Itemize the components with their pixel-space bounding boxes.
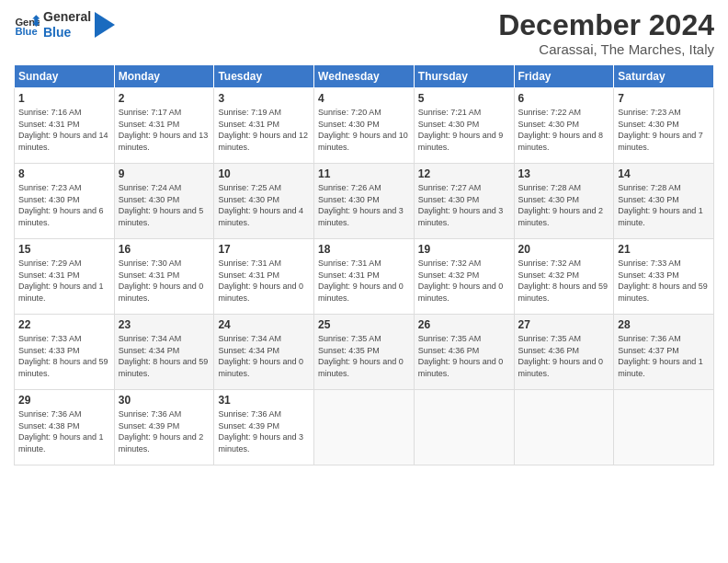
calendar-cell: 16Sunrise: 7:30 AMSunset: 4:31 PMDayligh… <box>114 239 214 315</box>
day-info: Sunrise: 7:35 AMSunset: 4:36 PMDaylight:… <box>418 333 510 379</box>
calendar-cell: 5Sunrise: 7:21 AMSunset: 4:30 PMDaylight… <box>414 88 514 164</box>
calendar-cell: 12Sunrise: 7:27 AMSunset: 4:30 PMDayligh… <box>414 164 514 239</box>
day-number: 16 <box>119 243 210 256</box>
col-wednesday: Wednesday <box>314 65 415 88</box>
day-number: 21 <box>618 243 710 256</box>
calendar-cell: 19Sunrise: 7:32 AMSunset: 4:32 PMDayligh… <box>414 239 514 315</box>
day-info: Sunrise: 7:29 AMSunset: 4:31 PMDaylight:… <box>18 258 110 304</box>
logo-icon: General Blue <box>14 12 40 38</box>
day-number: 19 <box>418 243 510 256</box>
calendar-cell: 22Sunrise: 7:33 AMSunset: 4:33 PMDayligh… <box>15 315 115 390</box>
day-info: Sunrise: 7:31 AMSunset: 4:31 PMDaylight:… <box>218 258 310 304</box>
day-number: 28 <box>618 318 710 331</box>
day-number: 9 <box>119 167 210 180</box>
day-info: Sunrise: 7:36 AMSunset: 4:37 PMDaylight:… <box>618 333 710 379</box>
calendar-cell: 7Sunrise: 7:23 AMSunset: 4:30 PMDaylight… <box>614 88 714 164</box>
calendar-cell <box>514 390 614 465</box>
day-number: 18 <box>318 243 410 256</box>
day-info: Sunrise: 7:35 AMSunset: 4:35 PMDaylight:… <box>318 333 410 379</box>
col-tuesday: Tuesday <box>214 65 314 88</box>
calendar-header: Sunday Monday Tuesday Wednesday Thursday… <box>15 65 714 88</box>
logo: General Blue General Blue <box>14 9 115 40</box>
calendar-cell: 31Sunrise: 7:36 AMSunset: 4:39 PMDayligh… <box>214 390 314 465</box>
calendar-row: 22Sunrise: 7:33 AMSunset: 4:33 PMDayligh… <box>15 315 714 390</box>
title-section: December 2024 Carassai, The Marches, Ita… <box>498 9 714 57</box>
calendar-cell: 2Sunrise: 7:17 AMSunset: 4:31 PMDaylight… <box>114 88 214 164</box>
calendar-cell: 8Sunrise: 7:23 AMSunset: 4:30 PMDaylight… <box>15 164 115 239</box>
day-number: 1 <box>18 92 110 105</box>
month-title: December 2024 <box>498 9 714 41</box>
calendar-cell: 4Sunrise: 7:20 AMSunset: 4:30 PMDaylight… <box>314 88 415 164</box>
day-number: 14 <box>618 167 710 180</box>
calendar-cell: 14Sunrise: 7:28 AMSunset: 4:30 PMDayligh… <box>614 164 714 239</box>
day-info: Sunrise: 7:32 AMSunset: 4:32 PMDaylight:… <box>418 258 510 304</box>
calendar-cell: 9Sunrise: 7:24 AMSunset: 4:30 PMDaylight… <box>114 164 214 239</box>
day-number: 31 <box>218 394 310 407</box>
day-number: 26 <box>418 318 510 331</box>
day-info: Sunrise: 7:17 AMSunset: 4:31 PMDaylight:… <box>119 107 210 153</box>
day-info: Sunrise: 7:24 AMSunset: 4:30 PMDaylight:… <box>119 182 210 228</box>
day-number: 12 <box>418 167 510 180</box>
calendar-cell: 24Sunrise: 7:34 AMSunset: 4:34 PMDayligh… <box>214 315 314 390</box>
calendar-cell: 28Sunrise: 7:36 AMSunset: 4:37 PMDayligh… <box>614 315 714 390</box>
calendar-cell: 15Sunrise: 7:29 AMSunset: 4:31 PMDayligh… <box>15 239 115 315</box>
header-row: Sunday Monday Tuesday Wednesday Thursday… <box>15 65 714 88</box>
logo-general: General <box>43 9 91 25</box>
calendar-cell <box>614 390 714 465</box>
day-info: Sunrise: 7:27 AMSunset: 4:30 PMDaylight:… <box>418 182 510 228</box>
calendar-cell: 26Sunrise: 7:35 AMSunset: 4:36 PMDayligh… <box>414 315 514 390</box>
day-number: 22 <box>18 318 110 331</box>
day-number: 3 <box>218 92 310 105</box>
calendar-cell: 29Sunrise: 7:36 AMSunset: 4:38 PMDayligh… <box>15 390 115 465</box>
col-thursday: Thursday <box>414 65 514 88</box>
calendar-body: 1Sunrise: 7:16 AMSunset: 4:31 PMDaylight… <box>15 88 714 465</box>
svg-text:Blue: Blue <box>15 26 37 37</box>
day-number: 6 <box>518 92 610 105</box>
day-info: Sunrise: 7:33 AMSunset: 4:33 PMDaylight:… <box>618 258 710 304</box>
calendar-row: 15Sunrise: 7:29 AMSunset: 4:31 PMDayligh… <box>15 239 714 315</box>
calendar-cell <box>414 390 514 465</box>
day-number: 10 <box>218 167 310 180</box>
location: Carassai, The Marches, Italy <box>498 41 714 57</box>
day-info: Sunrise: 7:36 AMSunset: 4:38 PMDaylight:… <box>18 408 110 454</box>
col-monday: Monday <box>114 65 214 88</box>
calendar-row: 29Sunrise: 7:36 AMSunset: 4:38 PMDayligh… <box>15 390 714 465</box>
day-info: Sunrise: 7:32 AMSunset: 4:32 PMDaylight:… <box>518 258 610 304</box>
day-number: 8 <box>18 167 110 180</box>
calendar-cell: 6Sunrise: 7:22 AMSunset: 4:30 PMDaylight… <box>514 88 614 164</box>
day-info: Sunrise: 7:36 AMSunset: 4:39 PMDaylight:… <box>218 408 310 454</box>
calendar-cell: 13Sunrise: 7:28 AMSunset: 4:30 PMDayligh… <box>514 164 614 239</box>
day-info: Sunrise: 7:31 AMSunset: 4:31 PMDaylight:… <box>318 258 410 304</box>
col-sunday: Sunday <box>15 65 115 88</box>
day-number: 4 <box>318 92 410 105</box>
day-number: 13 <box>518 167 610 180</box>
col-saturday: Saturday <box>614 65 714 88</box>
day-info: Sunrise: 7:35 AMSunset: 4:36 PMDaylight:… <box>518 333 610 379</box>
calendar-row: 8Sunrise: 7:23 AMSunset: 4:30 PMDaylight… <box>15 164 714 239</box>
day-info: Sunrise: 7:19 AMSunset: 4:31 PMDaylight:… <box>218 107 310 153</box>
day-info: Sunrise: 7:21 AMSunset: 4:30 PMDaylight:… <box>418 107 510 153</box>
day-number: 23 <box>119 318 210 331</box>
day-info: Sunrise: 7:33 AMSunset: 4:33 PMDaylight:… <box>18 333 110 379</box>
day-info: Sunrise: 7:30 AMSunset: 4:31 PMDaylight:… <box>119 258 210 304</box>
header: General Blue General Blue December 2024 … <box>14 9 714 57</box>
day-number: 11 <box>318 167 410 180</box>
day-info: Sunrise: 7:34 AMSunset: 4:34 PMDaylight:… <box>218 333 310 379</box>
day-info: Sunrise: 7:28 AMSunset: 4:30 PMDaylight:… <box>518 182 610 228</box>
day-number: 29 <box>18 394 110 407</box>
calendar-cell: 1Sunrise: 7:16 AMSunset: 4:31 PMDaylight… <box>15 88 115 164</box>
day-info: Sunrise: 7:25 AMSunset: 4:30 PMDaylight:… <box>218 182 310 228</box>
day-number: 24 <box>218 318 310 331</box>
calendar-table: Sunday Monday Tuesday Wednesday Thursday… <box>14 64 714 465</box>
day-number: 15 <box>18 243 110 256</box>
calendar-cell: 18Sunrise: 7:31 AMSunset: 4:31 PMDayligh… <box>314 239 415 315</box>
col-friday: Friday <box>514 65 614 88</box>
day-info: Sunrise: 7:34 AMSunset: 4:34 PMDaylight:… <box>119 333 210 379</box>
day-info: Sunrise: 7:23 AMSunset: 4:30 PMDaylight:… <box>18 182 110 228</box>
day-number: 7 <box>618 92 710 105</box>
logo-blue: Blue <box>43 25 91 40</box>
day-number: 27 <box>518 318 610 331</box>
day-number: 2 <box>119 92 210 105</box>
calendar-cell <box>314 390 415 465</box>
day-info: Sunrise: 7:20 AMSunset: 4:30 PMDaylight:… <box>318 107 410 153</box>
